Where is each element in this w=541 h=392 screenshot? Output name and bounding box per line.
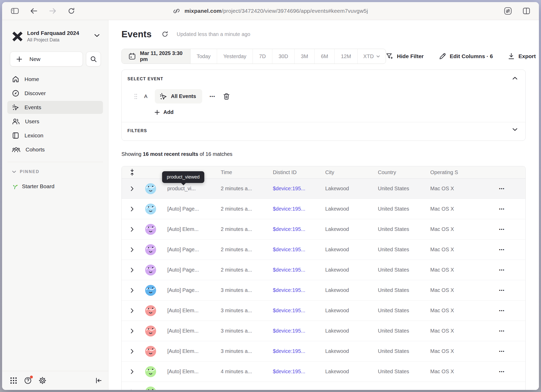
event-name[interactable]: [Auto] Elem... — [167, 369, 221, 375]
event-name[interactable]: [Auto] Elem... — [167, 348, 221, 354]
sidebar-item-discover[interactable]: Discover — [7, 87, 103, 100]
column-header-os[interactable]: Operating S — [430, 169, 490, 175]
date-range-button[interactable]: Mar 11, 2025 3:30 pm — [122, 49, 190, 64]
distinct-id-link[interactable]: $device:195... — [273, 226, 325, 232]
row-menu-button[interactable]: ••• — [499, 369, 505, 374]
add-event-button[interactable]: Add — [155, 109, 519, 115]
event-name[interactable]: [Auto] Elem... — [167, 308, 221, 314]
hide-filter-button[interactable]: Hide Filter — [386, 53, 424, 60]
page-settings-icon[interactable] — [504, 7, 512, 15]
column-header-city[interactable]: City — [325, 169, 378, 175]
expand-row-icon[interactable] — [131, 288, 134, 293]
range-7d[interactable]: 7D — [253, 49, 272, 64]
table-row[interactable]: [Auto] Page... 2 minutes a... $device:19… — [122, 199, 525, 219]
column-header-country[interactable]: Country — [378, 169, 430, 175]
range-yesterday[interactable]: Yesterday — [217, 49, 253, 64]
table-row[interactable]: [Auto] Page... 2 minutes a... $device:19… — [122, 260, 525, 280]
all-events-pill[interactable]: All Events — [155, 89, 202, 103]
apps-grid-icon[interactable] — [10, 377, 17, 384]
expand-row-icon[interactable] — [131, 349, 134, 354]
expand-row-icon[interactable] — [131, 227, 134, 232]
event-name[interactable]: [Auto] Elem... — [167, 328, 221, 334]
sidebar-item-home[interactable]: Home — [7, 73, 103, 86]
expand-row-icon[interactable] — [131, 389, 134, 390]
sidebar-toggle-icon[interactable] — [11, 8, 19, 14]
split-view-icon[interactable] — [523, 8, 530, 14]
search-button[interactable] — [86, 52, 101, 66]
refresh-icon[interactable] — [162, 31, 168, 38]
row-menu-button[interactable]: ••• — [499, 329, 505, 333]
table-row[interactable] — [122, 382, 525, 390]
event-name[interactable]: [Auto] Page... — [167, 247, 221, 253]
row-menu-button[interactable]: ••• — [499, 227, 505, 231]
row-menu-button[interactable]: ••• — [499, 268, 505, 272]
collapse-rows-icon[interactable] — [122, 168, 143, 176]
forward-arrow-icon[interactable] — [49, 8, 56, 14]
distinct-id-link[interactable]: $device:195... — [273, 328, 325, 334]
chevron-down-icon[interactable] — [512, 128, 518, 131]
distinct-id-link[interactable]: $device:195... — [273, 308, 325, 314]
table-row[interactable]: [Auto] Elem... 3 minutes a... $device:19… — [122, 341, 525, 362]
expand-row-icon[interactable] — [131, 186, 134, 191]
distinct-id-link[interactable]: $device:195... — [273, 247, 325, 253]
column-header-time[interactable]: Time — [221, 169, 273, 175]
event-options-button[interactable]: ••• — [210, 94, 215, 99]
url-bar[interactable]: mixpanel.com/project/3472420/view/397469… — [185, 8, 368, 14]
gear-icon[interactable] — [39, 377, 46, 384]
row-menu-button[interactable]: ••• — [499, 207, 505, 211]
range-today[interactable]: Today — [190, 49, 217, 64]
event-name[interactable]: [Auto] Page... — [167, 267, 221, 273]
column-header-distinct-id[interactable]: Distinct ID — [273, 169, 325, 175]
expand-row-icon[interactable] — [131, 308, 134, 313]
table-row[interactable]: [Auto] Page... 3 minutes a... $device:19… — [122, 280, 525, 301]
expand-row-icon[interactable] — [131, 206, 134, 212]
event-name[interactable]: product_vi... — [167, 186, 221, 192]
range-3m[interactable]: 3M — [295, 49, 315, 64]
chevron-down-icon[interactable] — [94, 34, 100, 37]
sidebar-item-lexicon[interactable]: Lexicon — [7, 129, 103, 142]
new-button[interactable]: New — [10, 52, 83, 66]
event-name[interactable]: [Auto] Page... — [167, 287, 221, 293]
row-menu-button[interactable]: ••• — [499, 288, 505, 292]
reload-icon[interactable] — [68, 7, 75, 15]
edit-columns-button[interactable]: Edit Columns · 6 — [439, 53, 493, 60]
table-row[interactable]: [Auto] Page... 2 minutes a... $device:19… — [122, 240, 525, 260]
sidebar-item-starter-board[interactable]: Starter Board — [11, 183, 108, 190]
drag-handle-icon[interactable] — [134, 93, 137, 100]
sidebar-item-users[interactable]: Users — [7, 115, 103, 128]
distinct-id-link[interactable]: $device:195... — [273, 186, 325, 192]
table-row[interactable]: [Auto] Elem... 3 minutes a... $device:19… — [122, 321, 525, 341]
expand-row-icon[interactable] — [131, 328, 134, 334]
sidebar-item-events[interactable]: Events — [7, 101, 103, 114]
range-xtd[interactable]: XTD — [358, 49, 386, 64]
chevron-up-icon[interactable] — [512, 77, 518, 80]
sidebar-item-cohorts[interactable]: Cohorts — [7, 143, 103, 156]
collapse-sidebar-icon[interactable] — [95, 377, 102, 384]
row-menu-button[interactable]: ••• — [499, 186, 505, 191]
distinct-id-link[interactable]: $device:195... — [273, 348, 325, 354]
table-row[interactable]: [Auto] Elem... 4 minutes a... $device:19… — [122, 362, 525, 382]
row-menu-button[interactable]: ••• — [499, 308, 505, 313]
distinct-id-link[interactable]: $device:195... — [273, 267, 325, 273]
expand-row-icon[interactable] — [131, 247, 134, 252]
range-12m[interactable]: 12M — [335, 49, 358, 64]
distinct-id-link[interactable]: $device:195... — [273, 206, 325, 212]
range-30d[interactable]: 30D — [272, 49, 295, 64]
range-6m[interactable]: 6M — [315, 49, 335, 64]
workspace-switcher[interactable]: Lord Farquaad 2024 All Project Data — [11, 30, 101, 43]
row-menu-button[interactable]: ••• — [499, 247, 505, 252]
event-name[interactable]: [Auto] Elem... — [167, 226, 221, 232]
help-button[interactable] — [24, 377, 32, 384]
back-arrow-icon[interactable] — [30, 8, 38, 14]
distinct-id-link[interactable]: $device:195... — [273, 287, 325, 293]
export-button[interactable]: Export — [508, 53, 536, 60]
trash-icon[interactable] — [223, 93, 230, 100]
pinned-section-header[interactable]: PINNED — [12, 169, 108, 174]
distinct-id-link[interactable]: $device:195... — [273, 369, 325, 375]
expand-row-icon[interactable] — [131, 369, 134, 374]
event-name[interactable]: [Auto] Page... — [167, 206, 221, 212]
expand-row-icon[interactable] — [131, 267, 134, 273]
table-row[interactable]: [Auto] Elem... 3 minutes a... $device:19… — [122, 301, 525, 321]
row-menu-button[interactable]: ••• — [499, 349, 505, 353]
table-row[interactable]: [Auto] Elem... 2 minutes a... $device:19… — [122, 219, 525, 240]
